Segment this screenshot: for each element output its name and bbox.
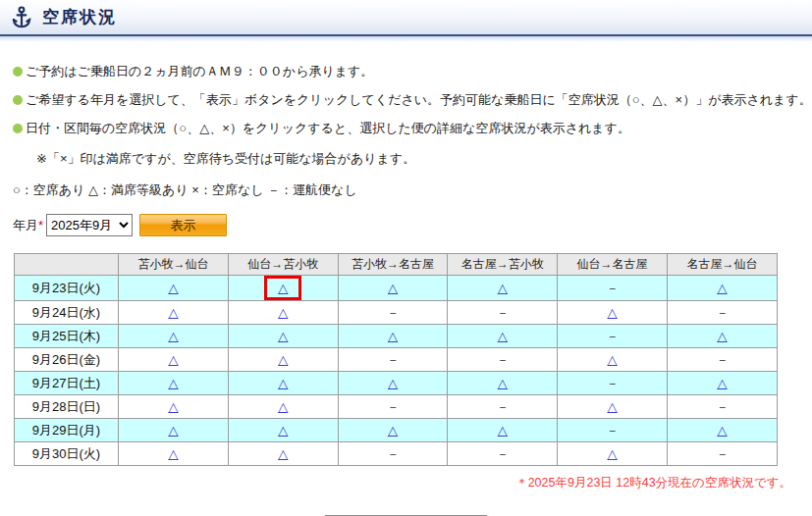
availability-link[interactable]: △	[278, 305, 288, 320]
selected-cell-highlight: △	[264, 276, 301, 300]
availability-cell: △	[228, 325, 338, 348]
availability-link[interactable]: △	[608, 305, 618, 320]
availability-link[interactable]: △	[608, 446, 618, 461]
date-cell: 9月27日(土)	[15, 372, 119, 395]
availability-cell: －	[558, 372, 668, 395]
availability-link[interactable]: △	[168, 305, 178, 320]
availability-link[interactable]: △	[168, 329, 178, 343]
availability-cell: －	[667, 348, 777, 372]
availability-cell: △	[448, 372, 558, 395]
availability-cell: △	[448, 325, 558, 348]
route-column-header: 名古屋→苫小牧	[448, 254, 558, 276]
bullet-icon	[13, 124, 23, 133]
no-service-mark: －	[606, 423, 619, 438]
availability-link[interactable]: △	[498, 376, 508, 390]
no-service-mark: －	[496, 352, 509, 367]
legend-text: ○：空席あり △：満席等級あり ×：空席なし －：運航便なし	[13, 181, 812, 199]
availability-link[interactable]: △	[168, 446, 178, 461]
availability-link[interactable]: △	[168, 423, 178, 438]
note-line: ご希望する年月を選択して、「表示」ボタンをクリックしてください。予約可能な乗船日…	[13, 91, 812, 109]
route-column-header: 名古屋→仙台	[667, 254, 777, 276]
no-service-mark: －	[606, 281, 619, 295]
availability-link[interactable]: △	[608, 352, 618, 367]
table-row: 9月28日(日)△△－－△－	[15, 395, 778, 419]
availability-cell: －	[338, 395, 448, 419]
availability-link[interactable]: △	[168, 281, 178, 295]
table-row: 9月26日(金)△△－－△－	[15, 348, 778, 372]
availability-link[interactable]: △	[608, 399, 618, 414]
availability-link[interactable]: △	[168, 376, 178, 390]
no-service-mark: －	[386, 352, 399, 367]
page-title: 空席状況	[42, 6, 117, 28]
availability-link[interactable]: △	[278, 281, 288, 295]
availability-link[interactable]: △	[168, 352, 178, 367]
show-button[interactable]: 表示	[139, 214, 227, 236]
availability-cell: △	[119, 419, 229, 442]
availability-cell: △	[119, 395, 229, 419]
route-column-header: 苫小牧→仙台	[119, 254, 229, 276]
no-service-mark: －	[496, 446, 509, 461]
availability-link[interactable]: △	[388, 329, 398, 343]
month-select[interactable]: 2025年9月	[46, 214, 133, 236]
availability-link[interactable]: △	[717, 281, 727, 295]
availability-cell: －	[558, 419, 668, 442]
no-service-mark: －	[716, 446, 729, 461]
date-cell: 9月30日(火)	[15, 442, 119, 466]
anchor-icon	[9, 5, 34, 30]
no-service-mark: －	[386, 399, 399, 414]
availability-link[interactable]: △	[388, 423, 398, 438]
table-header-row: 苫小牧→仙台仙台→苫小牧苫小牧→名古屋名古屋→苫小牧仙台→名古屋名古屋→仙台	[15, 254, 778, 276]
table-row: 9月30日(火)△△－－△－	[15, 442, 778, 466]
availability-link[interactable]: △	[278, 329, 288, 343]
availability-link[interactable]: △	[498, 281, 508, 295]
availability-link[interactable]: △	[717, 423, 727, 438]
availability-link[interactable]: △	[717, 329, 727, 343]
availability-link[interactable]: △	[498, 423, 508, 438]
page-header: 空席状況	[0, 0, 812, 36]
availability-cell: △	[228, 419, 338, 442]
required-mark: *	[38, 218, 43, 232]
note-text: ご予約はご乗船日の２ヵ月前のＡＭ９：００から承ります。	[26, 63, 373, 80]
availability-link[interactable]: △	[278, 352, 288, 367]
availability-link[interactable]: △	[278, 399, 288, 414]
availability-link[interactable]: △	[388, 281, 398, 295]
availability-cell: △	[667, 276, 777, 301]
availability-cell: △	[558, 395, 668, 419]
availability-cell: －	[558, 276, 668, 301]
table-row: 9月23日(火)△△△△－△	[15, 276, 778, 301]
date-cell: 9月28日(日)	[15, 395, 119, 419]
availability-cell: △	[448, 276, 558, 301]
month-form: 年月 * 2025年9月 表示	[13, 214, 812, 236]
availability-link[interactable]: △	[278, 423, 288, 438]
date-cell: 9月29日(月)	[15, 419, 119, 442]
no-service-mark: －	[386, 305, 399, 320]
route-column-header: 仙台→名古屋	[558, 254, 668, 276]
availability-cell: △	[228, 301, 338, 325]
date-cell: 9月25日(木)	[15, 325, 119, 348]
no-service-mark: －	[496, 399, 509, 414]
availability-cell: －	[338, 442, 448, 466]
table-row: 9月24日(水)△△－－△－	[15, 301, 778, 325]
bullet-icon	[13, 95, 23, 105]
no-service-mark: －	[386, 446, 399, 461]
table-row: 9月25日(木)△△△△－△	[15, 325, 778, 348]
availability-cell: －	[667, 301, 777, 325]
availability-link[interactable]: △	[498, 329, 508, 343]
date-cell: 9月24日(水)	[15, 301, 119, 325]
availability-cell: －	[448, 348, 558, 372]
availability-cell: －	[448, 301, 558, 325]
availability-cell: －	[448, 395, 558, 419]
availability-cell: △	[119, 276, 229, 301]
availability-cell: －	[667, 442, 777, 466]
availability-link[interactable]: △	[278, 376, 288, 390]
availability-link[interactable]: △	[168, 399, 178, 414]
availability-link[interactable]: △	[717, 376, 727, 390]
availability-cell: △	[667, 372, 777, 395]
availability-link[interactable]: △	[388, 376, 398, 390]
availability-cell: △	[228, 442, 338, 466]
route-column-header: 苫小牧→名古屋	[338, 254, 448, 276]
availability-link[interactable]: △	[278, 446, 288, 461]
availability-cell: －	[338, 348, 448, 372]
bullet-icon	[13, 67, 23, 77]
availability-cell: △	[228, 276, 338, 301]
